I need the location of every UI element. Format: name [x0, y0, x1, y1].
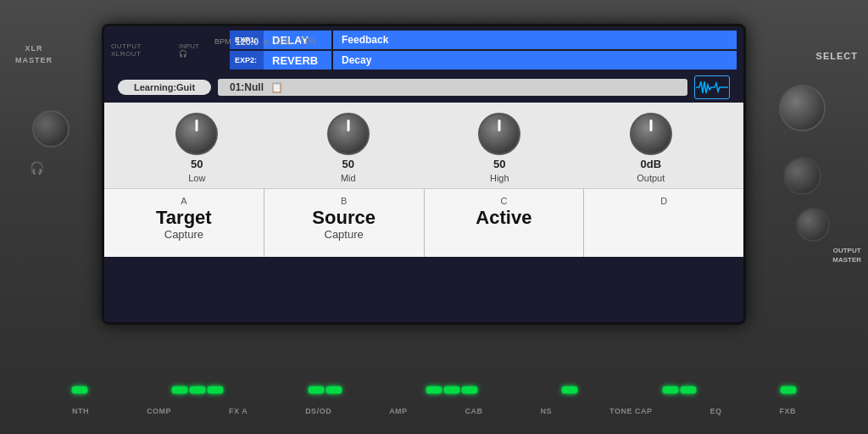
knobs-section: 50 Low 50 Mid 50 High [104, 103, 743, 188]
button-d-letter: D [660, 196, 667, 206]
led-4-1 [426, 387, 442, 393]
patch-name[interactable]: Learning:Guit [118, 80, 211, 95]
main-screen: OUTPUTXLROUT INPUT🎧 EXP1: DELAY Feedback… [102, 24, 746, 325]
headphone-icon: 🎧 [30, 161, 42, 173]
knob-output-group: 0dB Output [630, 113, 672, 183]
metronome-icon: ⊙ [263, 37, 270, 47]
right-knob-1[interactable] [779, 85, 826, 131]
button-c-active[interactable]: C Active [425, 189, 585, 257]
button-a-letter: A [181, 196, 186, 206]
led-3-1 [309, 387, 324, 393]
buttons-row: A Target Capture B Source Capture C Acti… [104, 188, 743, 257]
button-a-subtitle: Capture [164, 228, 203, 241]
patch-null-icon: 📋 [270, 81, 283, 93]
input-percent: 71% [299, 36, 316, 46]
patch-bar: Learning:Guit 01:Null 📋 [111, 72, 737, 103]
bottom-label-dsod: DS/OD [305, 407, 331, 415]
knob-mid-label: Mid [341, 173, 356, 183]
exp2-param: Decay [333, 51, 737, 70]
led-2-1 [172, 387, 187, 393]
bottom-label-nth: NTH [72, 407, 89, 415]
knob-low[interactable] [175, 113, 218, 155]
knob-mid-value: 50 [342, 158, 354, 170]
led-2-3 [208, 387, 223, 393]
led-3-2 [326, 387, 342, 393]
knob-mid-indicator [347, 120, 349, 131]
knob-low-indicator [196, 120, 198, 131]
patch-null-text: 01:Null [230, 81, 264, 93]
knob-low-label: Low [188, 173, 205, 183]
led-group-7 [781, 387, 796, 393]
led-4-2 [444, 387, 459, 393]
output-xlrout-label: OUTPUTXLROUT [111, 42, 170, 58]
button-b-letter: B [341, 196, 347, 206]
led-7-1 [781, 387, 796, 393]
knob-high-value: 50 [493, 158, 505, 170]
chassis: XLR MASTER 🎧 SELECT OUTPUTMASTER OUTPUTX… [0, 0, 868, 434]
button-b-title: Source [312, 208, 376, 228]
bottom-label-comp: COMP [147, 407, 171, 415]
led-4-3 [462, 387, 477, 393]
output-master-label: OUTPUTMASTER [832, 246, 861, 264]
exp1-param: Feedback [333, 31, 737, 49]
button-a-title: Target [156, 208, 212, 228]
exp2-id: EXP2: [230, 51, 264, 70]
knob-mid[interactable] [327, 113, 370, 155]
knob-high[interactable] [478, 113, 520, 155]
waveform-display [694, 75, 730, 99]
bottom-label-ns: NS [541, 407, 553, 415]
bpm-value: 120.0 [236, 36, 259, 47]
knob-output-indicator [649, 120, 652, 131]
bpm-row: BPM 120.0 ⊙ 71% [214, 36, 291, 47]
led-group-5 [562, 387, 577, 393]
bottom-label-fxa: FX A [229, 407, 248, 415]
knob-high-indicator [498, 120, 501, 131]
knob-output[interactable] [630, 113, 672, 155]
knob-high-group: 50 High [478, 113, 520, 183]
button-d[interactable]: D [584, 189, 743, 257]
right-knob-3[interactable] [796, 208, 830, 242]
button-c-title: Active [476, 208, 531, 228]
right-knob-2[interactable] [783, 157, 821, 195]
bottom-label-fxb: FXB [779, 407, 796, 415]
led-group-3 [309, 387, 342, 393]
button-b-subtitle: Capture [325, 228, 364, 241]
knob-mid-group: 50 Mid [327, 113, 370, 183]
patch-null[interactable]: 01:Null 📋 [218, 79, 687, 96]
bottom-label-cab: CAB [465, 407, 483, 415]
button-c-letter: C [500, 196, 507, 206]
knob-low-value: 50 [191, 158, 203, 170]
led-6-2 [681, 387, 696, 393]
bottom-label-amp: AMP [389, 407, 408, 415]
output-section: OUTPUTXLROUT [111, 42, 170, 58]
knob-output-value: 0dB [640, 158, 661, 170]
led-group-2 [172, 387, 223, 393]
knob-high-label: High [490, 173, 509, 183]
bottom-label-tonecap: TONE CAP [609, 407, 652, 415]
knob-output-label: Output [637, 173, 665, 183]
led-group-1 [72, 387, 87, 393]
led-group-6 [663, 387, 696, 393]
left-knob[interactable] [32, 110, 70, 147]
knob-low-group: 50 Low [175, 113, 218, 183]
bottom-label-eq: EQ [709, 407, 721, 415]
output-percent: 71% [274, 37, 291, 47]
led-6-1 [663, 387, 678, 393]
led-2-2 [190, 387, 205, 393]
led-5-1 [562, 387, 577, 393]
exp2-row: EXP2: REVERB Decay [230, 51, 737, 70]
button-b-source[interactable]: B Source Capture [264, 189, 425, 257]
led-group-4 [426, 387, 477, 393]
led-1-1 [72, 387, 87, 393]
exp2-name: REVERB [264, 51, 331, 70]
bottom-labels-row: NTH COMP FX A DS/OD AMP CAB NS TONE CAP … [72, 407, 796, 415]
button-a-target[interactable]: A Target Capture [104, 189, 264, 257]
xlr-master-label: XLR MASTER [15, 42, 53, 65]
select-label: SELECT [816, 51, 858, 61]
led-strip [72, 387, 796, 393]
bpm-label: BPM [214, 37, 231, 46]
